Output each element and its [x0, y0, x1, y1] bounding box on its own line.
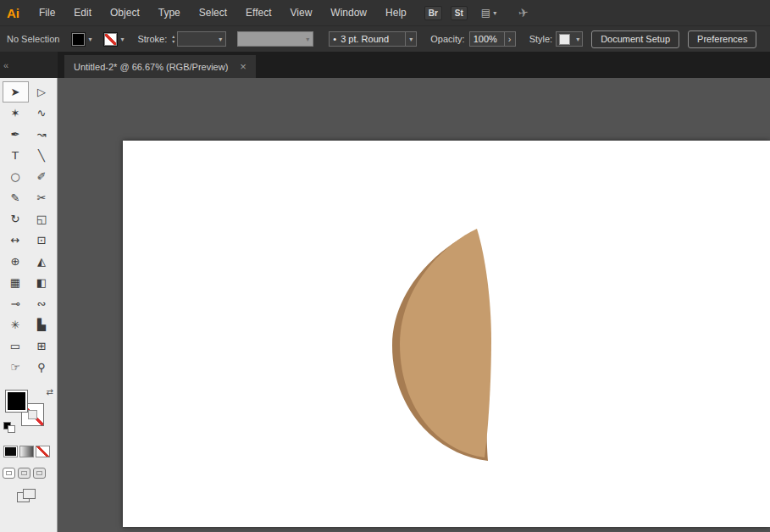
menu-file[interactable]: File — [30, 7, 64, 19]
blend-tool[interactable]: ∾ — [29, 293, 55, 314]
gradient-tool[interactable]: ◧ — [29, 272, 55, 293]
pencil-tool[interactable]: ✎ — [3, 187, 29, 208]
zoom-tool[interactable]: ⚲ — [29, 357, 55, 378]
type-tool[interactable]: T — [3, 145, 29, 166]
stepper-down-icon[interactable]: ▾ — [172, 39, 174, 44]
default-fill-stroke-icon[interactable] — [3, 422, 15, 432]
tools-panel-header: « — [0, 52, 58, 78]
workspace-switcher[interactable]: ▤ ▾ — [481, 7, 496, 19]
perspective-grid-tool[interactable]: ◭ — [29, 251, 55, 272]
default-stroke-mini — [8, 425, 15, 433]
style-combo[interactable]: ▾ — [556, 31, 583, 47]
control-bar: No Selection ▾ ▾ Stroke: ▴ ▾ ▾ ▾ • 3 pt.… — [0, 25, 770, 53]
fill-color-combo[interactable]: ▾ — [71, 32, 91, 47]
style-swatch-icon — [559, 34, 570, 45]
pen-tool[interactable]: ✒ — [3, 124, 29, 145]
selection-tool[interactable]: ➤ — [3, 81, 29, 103]
curvature-tool[interactable]: ↝ — [29, 124, 55, 145]
fill-indicator-swatch[interactable] — [5, 390, 28, 413]
color-button[interactable] — [3, 446, 18, 457]
chevron-down-icon: ▾ — [306, 36, 309, 43]
chevron-down-icon: ▾ — [219, 36, 222, 43]
chevron-down-icon: ▾ — [493, 9, 496, 17]
chevron-down-icon: ▾ — [88, 36, 91, 43]
opacity-panel-arrow[interactable]: › — [505, 31, 516, 47]
stock-button[interactable]: St — [451, 6, 468, 20]
draw-mode-buttons — [3, 468, 57, 479]
gradient-button[interactable] — [19, 446, 34, 457]
draw-behind-button[interactable] — [18, 468, 30, 479]
menu-select[interactable]: Select — [190, 7, 236, 19]
width-tool[interactable]: ↔ — [3, 230, 29, 251]
direct-selection-tool[interactable]: ▷ — [29, 81, 55, 103]
draw-normal-icon — [6, 471, 12, 475]
opacity-label: Opacity: — [430, 34, 464, 44]
document-tab[interactable]: Untitled-2* @ 66.67% (RGB/Preview) × — [64, 55, 256, 78]
menu-object[interactable]: Object — [101, 7, 149, 19]
draw-behind-icon — [21, 471, 27, 475]
menu-edit[interactable]: Edit — [64, 7, 101, 19]
paintbrush-tool[interactable]: ✐ — [29, 166, 55, 187]
document-tab-bar: Untitled-2* @ 66.67% (RGB/Preview) × — [58, 52, 770, 78]
screen-mode-rect-front — [23, 489, 36, 499]
opacity-input[interactable]: 100% — [469, 31, 505, 47]
line-segment-tool[interactable]: ╲ — [29, 145, 55, 166]
menu-help[interactable]: Help — [376, 7, 416, 19]
column-graph-tool[interactable]: ▙ — [29, 314, 55, 335]
rotate-tool[interactable]: ↻ — [3, 208, 29, 230]
stroke-weight-combo[interactable]: ▾ — [177, 31, 226, 47]
scissors-tool[interactable]: ✂ — [29, 187, 55, 208]
brush-definition-combo[interactable]: • 3 pt. Round ▾ — [329, 31, 417, 47]
selection-status: No Selection — [7, 34, 59, 44]
hand-tool[interactable]: ☞ — [3, 357, 29, 378]
menu-bar: Ai File Edit Object Type Select Effect V… — [0, 0, 770, 25]
collapse-panel-icon[interactable]: « — [3, 60, 8, 70]
draw-inside-button[interactable] — [33, 468, 46, 479]
document-setup-button[interactable]: Document Setup — [591, 30, 679, 48]
stroke-label: Stroke: — [137, 34, 167, 44]
scale-tool[interactable]: ◱ — [29, 208, 55, 230]
artboard-tool[interactable]: ▭ — [3, 335, 29, 357]
illustrator-window: Ai File Edit Object Type Select Effect V… — [0, 0, 770, 532]
artwork-layer — [58, 78, 770, 532]
menu-effect[interactable]: Effect — [236, 7, 280, 19]
draw-normal-button[interactable] — [3, 468, 15, 479]
swap-fill-stroke-icon[interactable]: ⇄ — [47, 388, 53, 396]
stroke-swatch-hole — [28, 410, 37, 419]
menu-window[interactable]: Window — [321, 7, 376, 19]
eyedropper-tool[interactable]: ⊸ — [3, 293, 29, 314]
canvas-area[interactable] — [58, 78, 770, 532]
variable-width-combo: ▾ — [237, 31, 313, 47]
fill-swatch-icon[interactable] — [71, 32, 86, 47]
brush-dot-icon: • — [333, 34, 336, 44]
chevron-down-icon: ▾ — [576, 36, 579, 43]
close-tab-icon[interactable]: × — [240, 60, 247, 73]
document-tab-title: Untitled-2* @ 66.67% (RGB/Preview) — [74, 62, 228, 72]
free-transform-tool[interactable]: ⊡ — [29, 230, 55, 251]
ellipse-tool[interactable]: ○ — [3, 166, 29, 187]
share-icon[interactable]: ✈ — [518, 5, 529, 19]
shape-body[interactable] — [400, 229, 491, 457]
stroke-none-swatch-icon[interactable] — [103, 32, 118, 47]
shape-builder-tool[interactable]: ⊕ — [3, 251, 29, 272]
workspace-icon: ▤ — [481, 7, 490, 19]
slice-tool[interactable]: ⊞ — [29, 335, 55, 357]
preferences-button[interactable]: Preferences — [688, 30, 756, 48]
draw-inside-icon — [36, 471, 42, 475]
lasso-tool[interactable]: ∿ — [29, 103, 55, 124]
magic-wand-tool[interactable]: ✶ — [3, 103, 29, 124]
mesh-tool[interactable]: ▦ — [3, 272, 29, 293]
chevron-down-icon: ▾ — [120, 36, 124, 43]
none-button[interactable] — [36, 446, 50, 457]
menu-type[interactable]: Type — [149, 7, 190, 19]
menu-view[interactable]: View — [281, 7, 322, 19]
tools-panel: ➤ ▷ ✶ ∿ ✒ ↝ T ╲ ○ ✐ ✎ ✂ ↻ ◱ ↔ ⊡ ⊕ ◭ ▦ ◧ … — [0, 78, 58, 532]
tools-grid: ➤ ▷ ✶ ∿ ✒ ↝ T ╲ ○ ✐ ✎ ✂ ↻ ◱ ↔ ⊡ ⊕ ◭ ▦ ◧ … — [0, 78, 57, 378]
style-label: Style: — [529, 34, 553, 44]
stroke-color-combo[interactable]: ▾ — [103, 32, 124, 47]
bridge-button[interactable]: Br — [424, 6, 442, 20]
stroke-weight-stepper[interactable]: ▴ ▾ — [172, 34, 174, 44]
symbol-sprayer-tool[interactable]: ✳ — [3, 314, 29, 335]
brush-definition-value: 3 pt. Round — [341, 34, 389, 44]
screen-mode-button[interactable] — [17, 489, 36, 502]
